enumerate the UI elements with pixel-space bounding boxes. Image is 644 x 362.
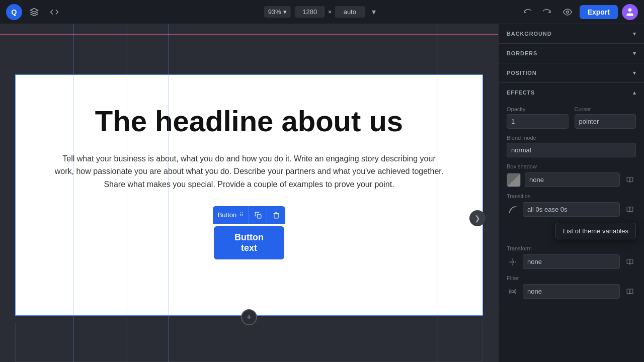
topbar-actions: Export [519, 4, 638, 20]
transition-value[interactable]: all 0s ease 0s [523, 202, 620, 217]
layers-button[interactable] [26, 4, 42, 20]
borders-chevron-icon: ▾ [633, 50, 636, 57]
button-toolbar-label: Button ⠿ [213, 206, 250, 224]
svg-marker-0 [31, 8, 38, 12]
opacity-field: Opacity 1 [507, 106, 569, 129]
width-input[interactable] [295, 6, 325, 18]
topbar-center-controls: 93% ▾ × ▾ [264, 6, 380, 18]
transform-row: none [507, 254, 636, 269]
blend-mode-label: Blend mode [507, 135, 636, 141]
main-area: The headline about us Tell what your bus… [0, 24, 644, 362]
transition-label: Transition [507, 193, 636, 199]
filter-label: Filter [507, 275, 636, 281]
zoom-control[interactable]: 93% ▾ [264, 6, 291, 18]
box-shadow-row: none [507, 172, 636, 187]
transition-row: all 0s ease 0s [507, 202, 636, 217]
theme-variables-tooltip: List of theme variables [555, 223, 636, 239]
cursor-value[interactable]: pointer [575, 114, 636, 129]
blend-mode-field: Blend mode normal [507, 135, 636, 157]
duplicate-button[interactable] [249, 206, 267, 224]
borders-section-title: BORDERS [507, 50, 537, 56]
cursor-field: Cursor pointer [575, 106, 636, 129]
borders-section-header[interactable]: BORDERS ▾ [499, 44, 644, 63]
effects-section-header[interactable]: EFFECTS ▴ [499, 83, 644, 102]
background-section-header[interactable]: BACKGROUND ▾ [499, 24, 644, 43]
svg-point-4 [512, 261, 514, 263]
dimension-options-button[interactable]: ▾ [368, 6, 380, 18]
avatar[interactable] [622, 4, 638, 20]
opacity-label: Opacity [507, 106, 569, 112]
box-shadow-value[interactable]: none [525, 172, 620, 187]
transform-label: Transform [507, 245, 636, 251]
app-logo[interactable]: Q [6, 4, 22, 20]
svg-point-1 [566, 11, 569, 13]
opacity-value[interactable]: 1 [507, 114, 569, 129]
position-section-title: POSITION [507, 70, 537, 76]
panel-section-position: POSITION ▾ [499, 63, 644, 83]
canvas-area: The headline about us Tell what your bus… [0, 24, 498, 362]
shadow-preview-swatch[interactable] [507, 173, 521, 187]
panel-section-background: BACKGROUND ▾ [499, 24, 644, 44]
filter-value[interactable]: none [523, 284, 620, 299]
box-shadow-label: Box shadow [507, 163, 636, 169]
export-button[interactable]: Export [580, 5, 618, 19]
canvas-dark-section [15, 322, 483, 362]
chevron-down-icon: ▾ [283, 8, 287, 16]
canvas-page: The headline about us Tell what your bus… [15, 74, 483, 316]
panel-section-borders: BORDERS ▾ [499, 44, 644, 63]
cursor-label: Cursor [575, 106, 636, 112]
transform-value[interactable]: none [523, 254, 620, 269]
drag-icon: ⠿ [239, 212, 244, 218]
background-section-title: BACKGROUND [507, 31, 551, 37]
button-container: Button ⠿ [213, 206, 286, 259]
blend-mode-value[interactable]: normal [507, 143, 636, 157]
right-panel: BACKGROUND ▾ BORDERS ▾ POSITION ▾ EFFECT… [498, 24, 644, 362]
main-cta-button[interactable]: Button text [214, 226, 284, 259]
button-action-group [249, 206, 285, 224]
canvas-scroll[interactable]: The headline about us Tell what your bus… [0, 24, 498, 362]
panel-section-effects: EFFECTS ▴ Opacity 1 Cursor pointer [499, 83, 644, 307]
opacity-cursor-row: Opacity 1 Cursor pointer [507, 106, 636, 129]
button-toolbar: Button ⠿ [213, 206, 286, 224]
box-shadow-theme-icon[interactable] [624, 174, 636, 186]
effects-content: Opacity 1 Cursor pointer Blend mode norm… [499, 102, 644, 307]
svg-point-2 [628, 8, 632, 12]
svg-rect-3 [257, 214, 261, 218]
transform-theme-icon[interactable] [624, 256, 636, 268]
svg-point-5 [512, 291, 514, 293]
height-input[interactable] [335, 6, 365, 18]
effects-chevron-icon: ▴ [633, 89, 636, 96]
redo-button[interactable] [539, 4, 555, 20]
code-button[interactable] [46, 4, 62, 20]
transition-curve-icon [507, 204, 519, 216]
effects-section-title: EFFECTS [507, 89, 535, 96]
background-chevron-icon: ▾ [633, 30, 636, 37]
transition-theme-icon[interactable] [624, 204, 636, 216]
filter-theme-icon[interactable] [624, 286, 636, 298]
preview-button[interactable] [559, 4, 576, 20]
add-section-button[interactable]: + [241, 309, 257, 325]
canvas-next-arrow[interactable]: ❯ [469, 210, 486, 226]
undo-button[interactable] [519, 4, 535, 20]
transform-move-icon [507, 256, 519, 268]
page-body-text: Tell what your business is about, what y… [53, 152, 445, 191]
delete-button[interactable] [267, 206, 285, 224]
filter-row: none [507, 284, 636, 299]
dimension-control: × ▾ [295, 6, 380, 18]
position-chevron-icon: ▾ [633, 69, 636, 76]
page-headline: The headline about us [95, 105, 403, 137]
position-section-header[interactable]: POSITION ▾ [499, 63, 644, 82]
topbar: Q 93% ▾ × ▾ [0, 0, 644, 24]
filter-settings-icon [507, 286, 519, 298]
